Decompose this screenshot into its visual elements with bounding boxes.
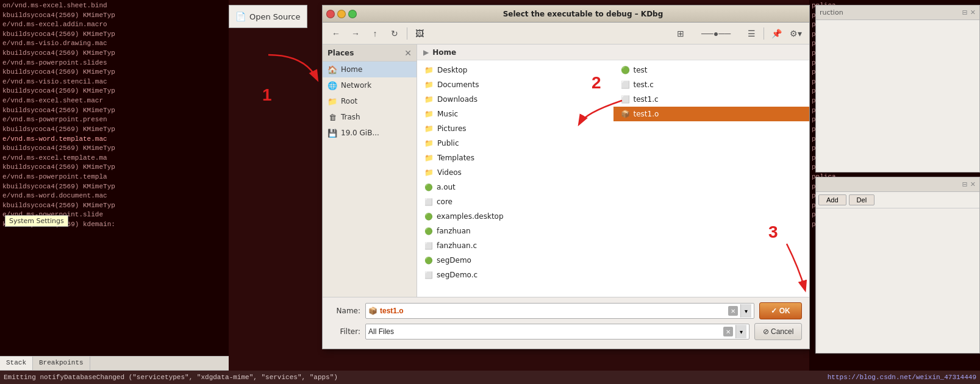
- forward-button[interactable]: →: [347, 26, 364, 41]
- file-item-empty7: [613, 209, 810, 224]
- open-source-button[interactable]: 📄 Open Source: [229, 5, 307, 28]
- file-name: core: [437, 197, 452, 206]
- cancel-button[interactable]: ⊘ Cancel: [754, 323, 802, 340]
- bookmarks-button[interactable]: 📌: [768, 26, 785, 41]
- file-name: Pictures: [437, 124, 467, 133]
- place-label-root: Root: [341, 97, 357, 105]
- dialog-title: Select the executable to debug – KDbg: [360, 10, 806, 18]
- file-item-fanzhuan[interactable]: 🟢 fanzhuan: [417, 224, 613, 238]
- panel2-resize-icon[interactable]: ⊟: [962, 180, 968, 188]
- instruction-panel-header: ruction ⊟ ✕: [816, 5, 979, 20]
- filter-clear-button[interactable]: ✕: [723, 327, 733, 336]
- terminal-line: kbuildsycoca4(2569) KMimeTyp: [2, 163, 226, 172]
- file-name: Videos: [437, 168, 462, 177]
- file-item-public[interactable]: 📁 Public: [417, 136, 613, 151]
- maximize-button[interactable]: [348, 10, 357, 18]
- place-item-network[interactable]: 🌐 Network: [323, 77, 417, 93]
- file-item-segdemo[interactable]: 🟢 segDemo: [417, 253, 613, 268]
- file-item-test1c[interactable]: ⬜ test1.c: [613, 92, 810, 107]
- settings-button[interactable]: ⚙▾: [787, 26, 804, 41]
- file-item-test1o[interactable]: 📦 test1.o: [613, 107, 810, 121]
- terminal-line: e/vnd.ms-powerpoint.templa: [2, 172, 226, 182]
- name-dropdown-button[interactable]: ▾: [740, 304, 751, 318]
- new-folder-button[interactable]: 🖼: [411, 26, 428, 41]
- file-item-fanzhuanc[interactable]: ⬜ fanzhuan.c: [417, 238, 613, 253]
- file-item-templates[interactable]: 📁 Templates: [417, 151, 613, 165]
- folder-icon: 📁: [424, 124, 434, 133]
- place-label-network: Network: [341, 81, 371, 90]
- file-item-testc[interactable]: ⬜ test.c: [613, 77, 810, 92]
- tab-stack[interactable]: Stack: [0, 357, 33, 370]
- close-button[interactable]: [326, 10, 335, 18]
- file-item-test[interactable]: 🟢 test: [613, 63, 810, 77]
- terminal-line: e/vnd.ms-powerpoint.slide: [2, 210, 226, 220]
- reload-button[interactable]: ↻: [386, 26, 403, 41]
- terminal-line: kbuildsycoca4(2569) KMimeTyp: [2, 68, 226, 77]
- file-item-desktop[interactable]: 📁 Desktop: [417, 63, 613, 77]
- file-list: 📁 Desktop 🟢 test 📁 Documents ⬜ test.c 📁: [417, 60, 809, 297]
- file-name: test: [634, 66, 648, 74]
- exec-icon: 🟢: [424, 257, 433, 265]
- name-clear-button[interactable]: ✕: [728, 306, 738, 316]
- detail-view-button[interactable]: ☰: [743, 26, 760, 41]
- addel-panel-header: ⊟ ✕: [816, 177, 979, 192]
- dialog-content: Places ✕ 🏠 Home 🌐 Network 📁 Root 🗑: [323, 44, 809, 297]
- instruction-label: ruction: [820, 9, 843, 16]
- file-name: a.out: [437, 183, 456, 191]
- file-item-segdemoc[interactable]: ⬜ segDemo.c: [417, 268, 613, 282]
- file-item-videos[interactable]: 📁 Videos: [417, 165, 613, 180]
- file-icon-c: ⬜: [621, 95, 630, 104]
- place-item-gib[interactable]: 💾 19.0 GiB...: [323, 125, 417, 141]
- folder-icon: 📁: [424, 95, 434, 104]
- filter-input[interactable]: [368, 327, 721, 336]
- file-item-documents[interactable]: 📁 Documents: [417, 77, 613, 92]
- file-item-empty6: [613, 194, 810, 209]
- file-item-music[interactable]: 📁 Music: [417, 107, 613, 121]
- file-item-downloads[interactable]: 📁 Downloads: [417, 92, 613, 107]
- up-button[interactable]: ↑: [367, 26, 384, 41]
- tab-breakpoints[interactable]: Breakpoints: [33, 357, 90, 370]
- folder-icon: 📁: [424, 154, 434, 162]
- zoom-slider[interactable]: ──●──: [692, 26, 740, 41]
- places-toggle[interactable]: ✕: [404, 48, 412, 58]
- minimize-button[interactable]: [337, 10, 346, 18]
- annotation-1: 1: [262, 85, 272, 105]
- panel2-close-icon[interactable]: ✕: [970, 180, 976, 188]
- name-label: Name:: [330, 307, 360, 315]
- place-item-trash[interactable]: 🗑 Trash: [323, 109, 417, 125]
- file-item-empty5: [613, 180, 810, 194]
- ok-button[interactable]: ✓ OK: [759, 302, 802, 319]
- status-left: Emitting notifyDatabaseChanged ("service…: [4, 374, 338, 381]
- add-button[interactable]: Add: [818, 194, 846, 205]
- back-button[interactable]: ←: [327, 26, 345, 41]
- place-item-home[interactable]: 🏠 Home: [323, 62, 417, 77]
- file-item-empty3: [613, 151, 810, 165]
- folder-icon: 📁: [424, 139, 434, 148]
- file-item-pictures[interactable]: 📁 Pictures: [417, 121, 613, 136]
- panel-resize-icon[interactable]: ⊟: [962, 9, 968, 16]
- filter-dropdown-button[interactable]: ▾: [735, 325, 746, 338]
- home-icon: 🏠: [327, 65, 337, 74]
- terminal-line: kbuildsycoca4(2569) KMimeTyp: [2, 144, 226, 154]
- places-header: Places ✕: [323, 44, 417, 62]
- dialog-buttons: ✓ OK: [759, 302, 802, 319]
- place-label-gib: 19.0 GiB...: [341, 129, 379, 137]
- file-name: fanzhuan.c: [437, 241, 477, 250]
- file-item-aout[interactable]: 🟢 a.out: [417, 180, 613, 194]
- del-button[interactable]: Del: [849, 194, 875, 205]
- file-icon-c: ⬜: [424, 242, 433, 250]
- terminal-line: kbuildsycoca4(2569) KMimeTyp: [2, 49, 226, 59]
- name-input[interactable]: [380, 307, 726, 315]
- file-item-examples[interactable]: 🟢 examples.desktop: [417, 209, 613, 224]
- toolbar-separator: [407, 27, 407, 40]
- file-name: fanzhuan: [437, 227, 471, 235]
- icon-view-button[interactable]: ⊞: [672, 26, 689, 41]
- file-item-core[interactable]: ⬜ core: [417, 194, 613, 209]
- place-item-root[interactable]: 📁 Root: [323, 93, 417, 109]
- terminal-line: kbuildsycoca4(2569) KMimeTyp: [2, 106, 226, 116]
- panel-close-icon[interactable]: ✕: [970, 9, 976, 16]
- window-controls: [326, 10, 357, 18]
- file-name: examples.desktop: [437, 212, 504, 221]
- terminal-line: e/vnd.ms-word.document.mac: [2, 191, 226, 201]
- folder-icon: 📁: [424, 110, 434, 118]
